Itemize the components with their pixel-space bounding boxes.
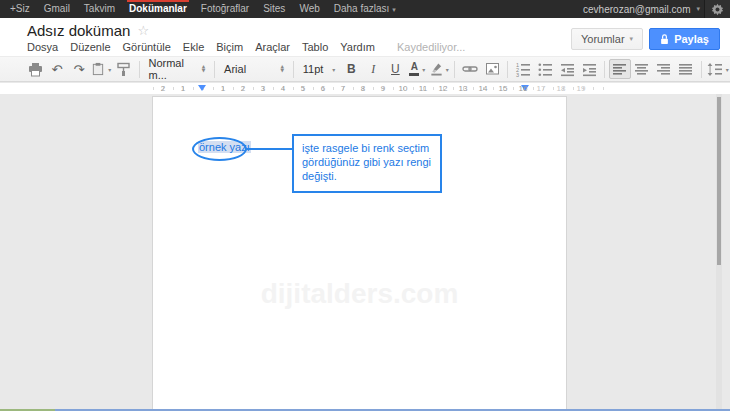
updown-arrows-icon: ▲▼ [202, 65, 205, 73]
align-center-button[interactable] [631, 59, 653, 79]
bulleted-list-button[interactable] [534, 59, 556, 79]
vertical-scrollbar-track[interactable] [716, 94, 722, 409]
account-email: cevherozan@gmail.com [583, 4, 690, 15]
toolbar-separator [293, 61, 294, 78]
topbar-item-siz[interactable]: +Siz [3, 0, 37, 18]
align-justify-button[interactable] [675, 59, 697, 79]
ruler-number: 14 [479, 84, 488, 93]
paint-format-button[interactable] [113, 59, 135, 79]
highlighter-icon [430, 62, 443, 76]
bold-icon: B [347, 62, 356, 76]
web-clipboard-button[interactable]: ▾ [90, 59, 113, 79]
annotation-callout-box: işte rasgele bi renk seçtim gördüğünüz g… [292, 134, 442, 193]
ruler-indent-marker[interactable] [198, 85, 206, 91]
align-left-button[interactable] [609, 59, 631, 79]
style-value: Normal m... [148, 57, 193, 81]
line-spacing-button[interactable]: ▾ [706, 59, 730, 79]
ruler-number: 11 [419, 84, 427, 93]
menu-araclar[interactable]: Araçlar [249, 38, 296, 56]
topbar-item-web[interactable]: Web [292, 0, 326, 18]
menu-goruntule[interactable]: Görüntüle [117, 38, 177, 56]
document-title[interactable]: Adsız doküman [27, 22, 130, 39]
toolbar-separator [507, 61, 508, 78]
indent-button[interactable] [578, 59, 600, 79]
insert-link-button[interactable] [459, 59, 481, 79]
menu-duzenle[interactable]: Düzenle [64, 38, 116, 56]
insert-image-button[interactable] [481, 59, 503, 79]
document-header: Adsız doküman ☆ Yorumlar ▾ Paylaş Dosya … [0, 18, 730, 56]
menu-dosya[interactable]: Dosya [21, 38, 64, 56]
highlight-color-button[interactable]: ▾ [428, 59, 450, 79]
menu-bicim[interactable]: Biçim [210, 38, 249, 56]
star-icon[interactable]: ☆ [137, 24, 149, 37]
toolbar-separator [454, 61, 455, 78]
paint-format-icon [116, 62, 131, 77]
font-size-value: 11pt [303, 63, 324, 75]
underline-button[interactable]: U [384, 59, 406, 79]
menu-yardim[interactable]: Yardım [334, 38, 381, 56]
vertical-scrollbar-thumb[interactable] [717, 97, 721, 265]
redo-button[interactable]: ↷ [68, 59, 90, 79]
topbar-item-gmail[interactable]: Gmail [37, 0, 77, 18]
ruler-number: 1 [181, 84, 185, 93]
undo-icon: ↶ [52, 63, 63, 76]
font-size-dropdown[interactable]: 11pt ▾ [298, 59, 341, 79]
settings-gear-button[interactable] [704, 0, 730, 18]
share-button-label: Paylaş [674, 33, 709, 45]
ruler-number: 4 [281, 84, 285, 93]
ruler-number: 1 [221, 84, 225, 93]
google-bar-account: cevherozan@gmail.com ▾ [583, 0, 730, 18]
menu-bar: Dosya Düzenle Görüntüle Ekle Biçim Araçl… [21, 38, 465, 56]
text-color-button[interactable]: A ▾ [406, 59, 428, 79]
ruler-number: 16 [519, 84, 528, 93]
style-dropdown[interactable]: Normal m... ▲▼ [143, 59, 210, 79]
header-actions: Yorumlar ▾ Paylaş [571, 28, 720, 50]
toolbar-separator [214, 61, 215, 78]
toolbar-separator [701, 61, 702, 78]
toolbar-separator [604, 61, 605, 78]
ruler-number: 2 [241, 84, 245, 93]
outdent-button[interactable] [556, 59, 578, 79]
print-button[interactable] [24, 59, 46, 79]
ruler-number: 18 [557, 84, 566, 93]
chevron-down-icon: ▾ [630, 35, 634, 43]
ruler[interactable]: 2112345678910111213141516171819 [0, 83, 730, 94]
ruler-number: 6 [321, 84, 325, 93]
format-toolbar: ↶ ↷ ▾ Normal m... ▲▼ Arial ▲▼ 11pt ▾ B I… [0, 56, 730, 82]
toolbar-separator [139, 61, 140, 78]
chevron-down-icon: ▾ [422, 66, 425, 73]
comments-button[interactable]: Yorumlar ▾ [571, 28, 643, 50]
align-right-icon [656, 62, 671, 77]
image-icon [485, 62, 500, 76]
numbered-list-icon: 123 [515, 62, 531, 77]
menu-tablo[interactable]: Tablo [296, 38, 334, 56]
italic-button[interactable]: I [362, 59, 384, 79]
topbar-item-fotograflar[interactable]: Fotoğraflar [194, 0, 256, 18]
topbar-item-sites[interactable]: Sites [256, 0, 292, 18]
italic-icon: I [371, 62, 375, 77]
save-status: Kaydediliyor... [397, 41, 465, 53]
ruler-number: 13 [459, 84, 468, 93]
topbar-item-takvim[interactable]: Takvim [77, 0, 122, 18]
link-icon [462, 62, 478, 76]
title-row: Adsız doküman ☆ [27, 22, 149, 39]
font-value: Arial [224, 63, 246, 75]
share-button[interactable]: Paylaş [649, 28, 720, 50]
line-spacing-icon [707, 62, 723, 77]
align-right-button[interactable] [653, 59, 675, 79]
numbered-list-button[interactable]: 123 [512, 59, 534, 79]
chevron-down-icon: ▾ [726, 66, 729, 73]
menu-ekle[interactable]: Ekle [177, 38, 210, 56]
bold-button[interactable]: B [340, 59, 362, 79]
font-dropdown[interactable]: Arial ▲▼ [219, 59, 289, 79]
ruler-number: 7 [341, 84, 345, 93]
svg-text:3: 3 [516, 72, 519, 77]
ruler-number: 10 [399, 84, 408, 93]
updown-arrows-icon: ▲▼ [280, 65, 283, 73]
topbar-item-dokumanlar[interactable]: Dokümanlar [122, 0, 194, 18]
chevron-down-icon: ▾ [696, 5, 700, 13]
topbar-item-daha-fazlasi[interactable]: Daha fazlası▾ [327, 0, 403, 18]
undo-button[interactable]: ↶ [46, 59, 68, 79]
ruler-number: 17 [537, 84, 546, 93]
account-email-menu[interactable]: cevherozan@gmail.com ▾ [583, 4, 700, 15]
